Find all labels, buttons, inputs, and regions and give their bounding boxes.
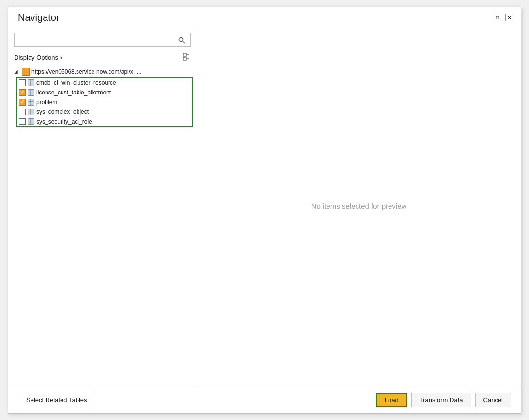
table-icon <box>28 109 34 115</box>
left-panel: Display Options ▾ ◢ <box>8 26 197 387</box>
svg-line-1 <box>183 41 185 43</box>
svg-point-0 <box>179 37 183 41</box>
table-icon <box>28 89 34 96</box>
list-item[interactable]: cmdb_ci_win_cluster_resource <box>17 78 192 88</box>
list-item[interactable]: sys_security_acl_role <box>17 117 192 126</box>
title-bar: Navigator □ ✕ <box>8 7 521 26</box>
sys-security-checkbox[interactable] <box>19 118 26 125</box>
problem-checkbox[interactable] <box>19 99 26 106</box>
display-options-button[interactable]: Display Options ▾ <box>14 54 62 61</box>
cmdb-checkbox[interactable] <box>19 79 26 86</box>
transform-data-button[interactable]: Transform Data <box>411 393 471 407</box>
search-icon <box>176 35 187 46</box>
navigator-window: Navigator □ ✕ Display Option <box>8 7 521 414</box>
root-table-icon <box>22 68 30 76</box>
item-label: cmdb_ci_win_cluster_resource <box>36 79 116 86</box>
search-container <box>8 31 197 50</box>
footer: Select Related Tables Load Transform Dat… <box>8 387 521 413</box>
tree-container: ◢ https://ven05068.service-now.com/api/x… <box>8 66 197 382</box>
list-item[interactable]: problem <box>17 97 192 107</box>
item-label: sys_security_acl_role <box>36 118 92 125</box>
item-label: problem <box>36 99 57 106</box>
table-icon <box>28 99 34 106</box>
close-button[interactable]: ✕ <box>505 14 513 21</box>
table-icon <box>28 79 34 86</box>
right-panel: No items selected for preview <box>197 26 521 387</box>
selection-highlight-box: cmdb_ci_win_cluster_resource license_cus… <box>16 77 193 127</box>
svg-rect-2 <box>183 53 186 56</box>
collapse-icon: ◢ <box>14 69 20 74</box>
tree-view-toggle-button[interactable] <box>182 52 191 62</box>
select-related-tables-button[interactable]: Select Related Tables <box>18 393 95 407</box>
license-checkbox[interactable] <box>19 89 26 96</box>
list-item[interactable]: sys_complex_object <box>17 107 192 117</box>
sys-complex-checkbox[interactable] <box>19 109 26 115</box>
cancel-button[interactable]: Cancel <box>475 393 511 407</box>
main-content: Display Options ▾ ◢ <box>8 26 521 387</box>
root-node-label: https://ven05068.service-now.com/api/x_.… <box>31 68 141 75</box>
table-icon <box>28 118 34 125</box>
item-label: sys_complex_object <box>36 109 89 115</box>
item-label: license_cust_table_allotment <box>36 89 111 96</box>
display-options-row: Display Options ▾ <box>8 50 197 66</box>
footer-left: Select Related Tables <box>18 393 95 407</box>
empty-preview-message: No items selected for preview <box>311 202 407 210</box>
load-button[interactable]: Load <box>376 393 407 407</box>
footer-right: Load Transform Data Cancel <box>376 393 511 407</box>
tree-root-node[interactable]: ◢ https://ven05068.service-now.com/api/x… <box>12 66 197 77</box>
dropdown-arrow-icon: ▾ <box>60 55 62 60</box>
window-controls: □ ✕ <box>494 14 513 21</box>
maximize-button[interactable]: □ <box>494 14 501 21</box>
list-item[interactable]: license_cust_table_allotment <box>17 88 192 97</box>
display-options-label: Display Options <box>14 54 58 61</box>
search-input[interactable] <box>14 33 191 47</box>
svg-rect-3 <box>183 57 186 60</box>
window-title: Navigator <box>18 12 60 23</box>
